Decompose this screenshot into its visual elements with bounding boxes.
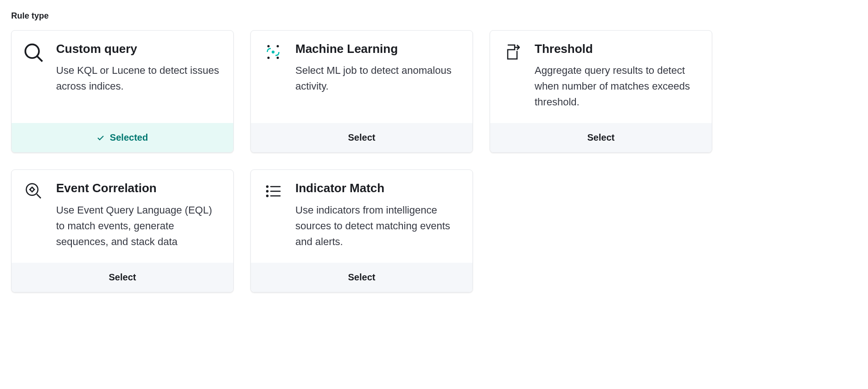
button-label: Select (348, 272, 376, 282)
svg-point-16 (267, 191, 268, 192)
card-body: Custom query Use KQL or Lucene to detect… (12, 31, 233, 123)
svg-point-9 (31, 188, 34, 192)
card-description: Use Event Query Language (EQL) to match … (56, 202, 222, 250)
button-label: Select (587, 132, 615, 143)
selected-button[interactable]: Selected (12, 123, 233, 152)
svg-point-18 (267, 195, 268, 197)
svg-point-14 (267, 186, 268, 188)
card-body: Indicator Match Use indicators from inte… (251, 170, 472, 262)
svg-point-7 (26, 184, 38, 195)
card-event-correlation[interactable]: Event Correlation Use Event Query Langua… (11, 169, 234, 292)
svg-line-8 (37, 194, 41, 199)
card-body: Event Correlation Use Event Query Langua… (12, 170, 233, 262)
card-text: Custom query Use KQL or Lucene to detect… (56, 42, 222, 110)
card-text: Threshold Aggregate query results to det… (535, 42, 701, 110)
card-title: Indicator Match (295, 181, 461, 195)
select-button[interactable]: Select (251, 123, 472, 152)
card-custom-query[interactable]: Custom query Use KQL or Lucene to detect… (11, 30, 234, 153)
svg-point-6 (272, 51, 274, 53)
card-description: Use indicators from intelligence sources… (295, 202, 461, 250)
list-icon (262, 181, 284, 203)
card-body: Machine Learning Select ML job to detect… (251, 31, 472, 123)
card-description: Aggregate query results to detect when n… (535, 63, 701, 110)
machine-learning-icon (262, 42, 284, 64)
card-text: Event Correlation Use Event Query Langua… (56, 181, 222, 249)
card-title: Machine Learning (295, 42, 461, 56)
button-label: Select (348, 132, 376, 143)
svg-point-0 (26, 45, 39, 58)
select-button[interactable]: Select (251, 263, 472, 292)
card-body: Threshold Aggregate query results to det… (490, 31, 712, 123)
svg-point-3 (277, 45, 279, 47)
search-icon (23, 42, 45, 64)
card-title: Threshold (535, 42, 701, 56)
card-text: Indicator Match Use indicators from inte… (295, 181, 461, 249)
card-indicator-match[interactable]: Indicator Match Use indicators from inte… (250, 169, 473, 292)
svg-point-5 (277, 57, 279, 59)
card-description: Use KQL or Lucene to detect issues acros… (56, 63, 222, 94)
svg-point-2 (268, 45, 270, 47)
section-label: Rule type (11, 11, 857, 21)
card-threshold[interactable]: Threshold Aggregate query results to det… (490, 30, 712, 153)
svg-point-4 (268, 57, 270, 59)
button-label: Select (109, 272, 136, 282)
svg-line-1 (37, 56, 42, 61)
select-button[interactable]: Select (490, 123, 712, 152)
document-arrow-icon (501, 42, 523, 64)
select-button[interactable]: Select (12, 263, 233, 292)
check-icon (97, 134, 104, 142)
rule-type-grid: Custom query Use KQL or Lucene to detect… (11, 30, 857, 292)
card-description: Select ML job to detect anomalous activi… (295, 63, 461, 94)
search-gear-icon (23, 181, 45, 203)
card-text: Machine Learning Select ML job to detect… (295, 42, 461, 110)
card-title: Event Correlation (56, 181, 222, 195)
button-label: Selected (110, 132, 148, 143)
card-machine-learning[interactable]: Machine Learning Select ML job to detect… (250, 30, 473, 153)
card-title: Custom query (56, 42, 222, 56)
